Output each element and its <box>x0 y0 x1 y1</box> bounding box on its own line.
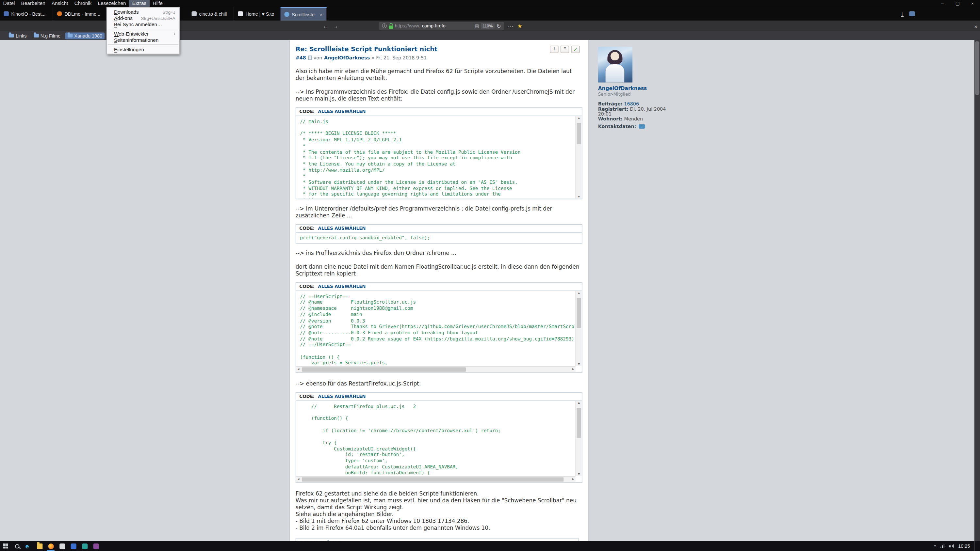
tab-cineto[interactable]: cine.to & chill <box>188 7 234 21</box>
select-all-link[interactable]: ALLES AUSWÄHLEN <box>318 226 366 231</box>
tab-ddlme[interactable]: DDLme - Imme... <box>53 7 107 21</box>
private-message-icon[interactable]: ··· <box>639 125 645 129</box>
scroll-left-icon[interactable]: ◀ <box>298 478 299 481</box>
page-info-icon[interactable]: ⓘ <box>382 23 387 29</box>
download-icon[interactable]: ↓ <box>901 11 904 16</box>
menu-item-einstellungen[interactable]: Einstellungen <box>107 46 179 52</box>
back-button[interactable]: ← <box>320 22 331 29</box>
horizontal-scrollbar[interactable]: ◀ ▶ <box>296 366 576 372</box>
forward-button[interactable]: → <box>331 22 341 29</box>
horizontal-scrollbar[interactable]: ◀ ▶ <box>296 476 576 482</box>
reader-mode-icon[interactable]: ▤ <box>475 24 479 29</box>
menubar-item-datei[interactable]: Datei <box>0 0 18 7</box>
show-desktop-button[interactable] <box>974 541 977 551</box>
start-button[interactable] <box>0 541 11 551</box>
post-icon <box>308 56 312 60</box>
taskbar-app-explorer[interactable] <box>34 541 45 551</box>
tab-kinoxio[interactable]: KinoxIO - Best... <box>0 7 53 21</box>
page-actions-icon[interactable]: ⋯ <box>508 23 514 29</box>
taskbar-app-firefox[interactable] <box>45 541 57 551</box>
scroll-left-icon[interactable]: ◀ <box>298 368 299 371</box>
menu-item-seiteninformationen[interactable]: Seiteninformationen <box>107 37 179 43</box>
menubar-item-lesezeichen[interactable]: Lesezeichen <box>95 0 129 7</box>
scroll-up-icon[interactable]: ▲ <box>578 402 580 404</box>
select-all-link[interactable]: ALLES AUSWÄHLEN <box>318 394 366 399</box>
report-post-button[interactable]: ! <box>550 46 558 53</box>
page-scrollbar[interactable] <box>974 40 980 541</box>
post-author-profile: AngelOfDarkness Senior-Mitglied Beiträge… <box>598 47 673 130</box>
close-button[interactable]: × <box>965 0 980 7</box>
accept-answer-button[interactable]: ✓ <box>571 46 580 53</box>
network-icon[interactable] <box>940 544 944 548</box>
taskbar-search-button[interactable] <box>11 541 23 551</box>
volume-icon[interactable] <box>949 544 954 548</box>
app-icon <box>70 543 76 549</box>
user-avatar[interactable] <box>598 47 632 83</box>
menu-item-addons[interactable]: Add-ons Strg+Umschalt+A <box>107 15 179 21</box>
page-scrollbar-thumb[interactable] <box>975 41 979 95</box>
menu-separator <box>108 29 179 29</box>
minimize-button[interactable]: – <box>935 0 950 7</box>
menubar-item-chronik[interactable]: Chronik <box>71 0 95 7</box>
scrollbar-thumb[interactable] <box>577 408 581 438</box>
maximize-button[interactable]: ▢ <box>950 0 965 7</box>
overflow-chevron-icon[interactable]: » <box>974 23 978 29</box>
tab-close-icon[interactable]: × <box>318 11 323 17</box>
menubar-item-bearbeiten[interactable]: Bearbeiten <box>18 0 48 7</box>
code-header: CODE: ALLES AUSWÄHLEN <box>296 393 582 401</box>
vertical-scrollbar[interactable]: ▲ ▼ <box>576 291 582 366</box>
bookmark-links[interactable]: Links <box>6 32 29 39</box>
vertical-scrollbar[interactable]: ▲ ▼ <box>576 401 582 476</box>
select-all-link[interactable]: ALLES AUSWÄHLEN <box>318 284 366 289</box>
scrollbar-thumb[interactable] <box>577 123 581 144</box>
tab-title: cine.to & chill <box>199 11 230 16</box>
post-number-link[interactable]: #48 <box>296 55 306 60</box>
code-label: CODE: <box>299 110 315 114</box>
taskbar-app-edge[interactable]: e <box>22 541 34 551</box>
post-action-buttons: ! ” ✓ <box>550 46 580 53</box>
taskbar-app-5[interactable] <box>68 541 79 551</box>
menu-item-sync-anmelden[interactable]: Bei Sync anmelden… <box>107 21 179 27</box>
tab-sto[interactable]: Home | ♥ S.to <box>234 7 281 21</box>
bookmark-star-icon[interactable]: ★ <box>517 23 522 29</box>
taskbar-app-4[interactable] <box>57 541 68 551</box>
quote-post-button[interactable]: ” <box>560 46 570 53</box>
folder-icon <box>67 33 72 37</box>
taskbar-clock[interactable]: 10:25 <box>958 543 970 549</box>
menubar-item-extras[interactable]: Extras <box>129 0 150 7</box>
menubar-item-hilfe[interactable]: Hilfe <box>150 0 166 7</box>
scroll-down-icon[interactable]: ▼ <box>578 473 580 475</box>
code-content: // ==UserScript== // @name FloatingScrol… <box>296 291 575 366</box>
bookmark-xanadu-1980[interactable]: Xanadu 1980 <box>65 32 105 39</box>
taskbar-app-7[interactable] <box>90 541 102 551</box>
url-bar[interactable]: ⓘ https://www. camp-firefo ▤ 110% ↻ <box>379 22 504 30</box>
scroll-right-icon[interactable]: ▶ <box>572 368 574 371</box>
post-title-link[interactable]: Re: Scrollleiste Script Funktioniert nic… <box>296 46 582 52</box>
zoom-indicator[interactable]: 110% <box>481 23 495 29</box>
app-icon <box>93 543 99 549</box>
location-field: Wohnort: Menden <box>598 117 673 122</box>
extension-icon[interactable] <box>909 11 915 16</box>
taskbar-app-6[interactable] <box>79 541 91 551</box>
vertical-scrollbar[interactable]: ▲ ▼ <box>576 116 582 199</box>
tab-scrollleiste-active[interactable]: Scrollleiste S... × <box>281 7 327 21</box>
scrollbar-thumb[interactable] <box>577 298 581 328</box>
scrollbar-thumb[interactable] <box>302 367 466 372</box>
refresh-icon[interactable]: ↻ <box>496 23 501 29</box>
select-all-link[interactable]: ALLES AUSWÄHLEN <box>318 110 366 114</box>
scroll-up-icon[interactable]: ▲ <box>578 292 580 294</box>
menu-item-web-entwickler[interactable]: Web-Entwickler › <box>107 31 179 37</box>
scroll-right-icon[interactable]: ▶ <box>572 478 574 481</box>
author-link[interactable]: AngelOfDarkness <box>324 55 370 60</box>
bookmark-ng-filme[interactable]: N.g Filme <box>31 32 63 39</box>
profile-username-link[interactable]: AngelOfDarkness <box>598 86 673 91</box>
scrollbar-thumb[interactable] <box>302 477 563 481</box>
tab-title: Home | ♥ S.to <box>245 11 276 16</box>
lock-icon[interactable] <box>388 25 393 29</box>
scroll-down-icon[interactable]: ▼ <box>578 363 580 365</box>
menubar-item-ansicht[interactable]: Ansicht <box>48 0 71 7</box>
scroll-down-icon[interactable]: ▼ <box>578 195 580 198</box>
scroll-up-icon[interactable]: ▲ <box>578 117 580 119</box>
tray-expand-icon[interactable]: ^ <box>934 544 936 548</box>
menu-item-downloads[interactable]: Downloads Strg+J <box>107 9 179 15</box>
